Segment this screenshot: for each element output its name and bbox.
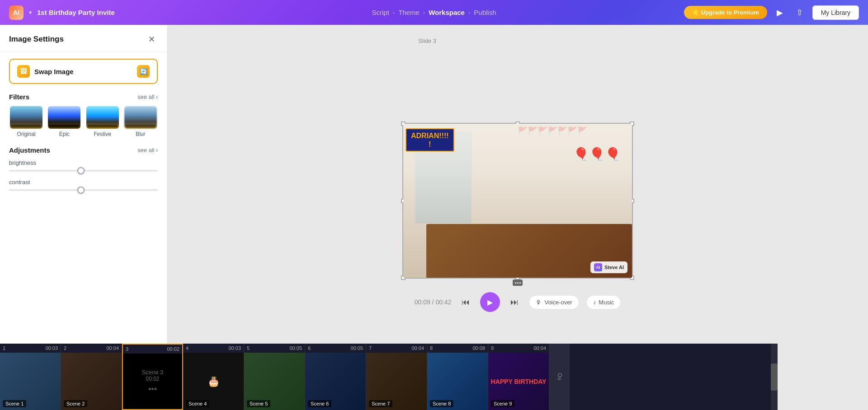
scene-label-9: Scene 9 [491,400,514,407]
scene-thumb-3: Scene 3 00:02 ••• [123,354,182,409]
scene-thumb-8: Scene 8 [427,353,488,410]
nav-step-script[interactable]: Script [372,9,389,16]
filter-dock-blur [126,125,156,127]
filter-thumb-blur [124,106,157,129]
swap-btn-left: 🖼 Swap Image [17,65,74,78]
party-image: 🚩🚩🚩🚩🚩🚩🚩 🎈🎈🎈 ADRIAN!!!! ! [403,124,632,278]
drag-dot-1 [515,282,516,284]
timeline-header-5: 5 00:05 [244,344,305,353]
play-button[interactable]: ▶ [480,292,500,312]
timeline-item-9[interactable]: 9 00:04 HAPPY BIRTHDAY Scene 9 [488,344,549,410]
timeline-header-6: 6 00:05 [305,344,366,353]
app-title: 1st Birthday Party Invite [37,9,115,16]
title-chevron: ▾ [29,9,32,16]
filter-dock-epic [49,125,79,127]
contrast-label: contrast [9,179,158,186]
watermark: AI Steve AI [590,261,627,273]
adjustments-section-header: Adjustments see all › [9,146,158,154]
swap-image-button[interactable]: 🖼 Swap Image 🔄 [9,59,158,84]
filter-label-original: Original [17,131,35,137]
playback-controls: 00:09 / 00:42 ⏮ ▶ ⏭ 🎙 Voice-over ♪ Music [415,292,621,312]
music-button[interactable]: ♪ Music [586,295,621,309]
scene-num-7: 7 [369,345,372,351]
brightness-thumb[interactable] [77,167,85,174]
filter-dock-festive [88,125,118,127]
swap-icon-right: 🔄 [137,65,150,78]
timeline-item-2[interactable]: 2 00:04 Scene 2 [61,344,122,410]
logo-icon: AI [9,5,24,20]
nav-step-publish[interactable]: Publish [474,9,496,16]
timeline-item-4[interactable]: 4 00:03 🎂 Scene 4 [183,344,244,410]
filter-item-blur[interactable]: Blur [123,106,158,137]
timeline-header-7: 7 00:04 [366,344,427,353]
scene-thumb-7: Scene 7 [366,353,427,410]
skip-back-button[interactable]: ⏮ [458,295,473,309]
timeline-scrollbar[interactable] [771,344,778,410]
close-panel-button[interactable]: ✕ [145,33,158,46]
nav-step-theme[interactable]: Theme [398,9,420,16]
scene-label-8: Scene 8 [430,400,453,407]
timeline-item-6[interactable]: 6 00:05 Scene 6 [305,344,366,410]
scene-dur-8: 00:08 [472,345,485,351]
scene-num-2: 2 [64,345,66,351]
brightness-slider[interactable] [9,170,158,172]
contrast-slider[interactable] [9,189,158,191]
scene-label-4: Scene 4 [186,400,209,407]
step-navigation: Script › Theme › Workspace › Publish [372,9,496,16]
filter-item-epic[interactable]: Epic [47,106,81,137]
scene-num-3: 3 [126,346,128,352]
timeline-item-8[interactable]: 8 00:08 Scene 8 [427,344,488,410]
scene-label-7: Scene 7 [369,400,392,407]
nav-step-workspace[interactable]: Workspace [429,9,465,16]
adjustments-title: Adjustments [9,146,50,154]
voiceover-button[interactable]: 🎙 Voice-over [529,295,579,309]
adjustments-section: Adjustments see all › brightness contras… [9,146,158,191]
scene-dur-3: 00:02 [167,346,179,352]
timeline: 1 00:03 Scene 1 2 00:04 Scene 2 3 00:02 [0,344,778,410]
play-preview-button[interactable]: ▶ [773,5,787,20]
canvas-container: 🚩🚩🚩🚩🚩🚩🚩 🎈🎈🎈 ADRIAN!!!! ! [402,123,633,279]
timeline-header-9: 9 00:04 [488,344,549,353]
panel-header: Image Settings ✕ [0,25,167,51]
upgrade-button[interactable]: ⭐ Upgrade to Premium [684,6,767,19]
bottom-area: 1 00:03 Scene 1 2 00:04 Scene 2 3 00:02 [0,344,868,410]
scene-dur-4: 00:03 [228,345,241,351]
mic-icon: 🎙 [536,299,542,306]
scene-dur-7: 00:04 [411,345,424,351]
scene-label-6: Scene 6 [308,400,331,407]
timeline-out-label: Ou [549,344,570,410]
adjustments-see-all-button[interactable]: see all › [137,147,158,154]
filter-label-epic: Epic [59,131,70,137]
timeline-header-1: 1 00:03 [0,344,61,353]
timeline-item-1[interactable]: 1 00:03 Scene 1 [0,344,61,410]
filter-thumb-original [10,106,42,129]
time-display: 00:09 / 00:42 [415,298,452,306]
timeline-item-3[interactable]: 3 00:02 Scene 3 00:02 ••• [122,344,183,410]
filter-thumb-festive [86,106,119,129]
filter-item-festive[interactable]: Festive [85,106,120,137]
scene-4-emoji: 🎂 [208,376,220,387]
filter-item-original[interactable]: Original [9,106,43,137]
my-library-button[interactable]: My Library [812,5,859,20]
scene-num-1: 1 [3,345,5,351]
filters-section-header: Filters see all › [9,93,158,101]
filter-dock [11,125,41,127]
music-icon: ♪ [593,299,596,306]
canvas-inner: 🚩🚩🚩🚩🚩🚩🚩 🎈🎈🎈 ADRIAN!!!! ! [403,124,632,278]
drag-handle[interactable] [513,280,523,286]
timeline-item-5[interactable]: 5 00:05 Scene 5 [244,344,305,410]
share-button[interactable]: ⇧ [793,5,807,20]
timeline-header-8: 8 00:08 [427,344,488,353]
timeline-scrollbar-thumb[interactable] [771,363,778,391]
filters-see-all-button[interactable]: see all › [137,93,158,100]
contrast-row: contrast [9,179,158,191]
drag-dots [515,282,521,284]
nav-sep-2: › [423,9,425,16]
timeline-header-2: 2 00:04 [61,344,122,353]
timeline-item-7[interactable]: 7 00:04 Scene 7 [366,344,427,410]
skip-forward-button[interactable]: ⏭ [507,295,522,309]
scene-thumb-4: 🎂 Scene 4 [183,353,244,410]
drag-dot-3 [519,282,521,284]
contrast-thumb[interactable] [77,186,85,194]
scene-label-5: Scene 5 [247,400,270,407]
